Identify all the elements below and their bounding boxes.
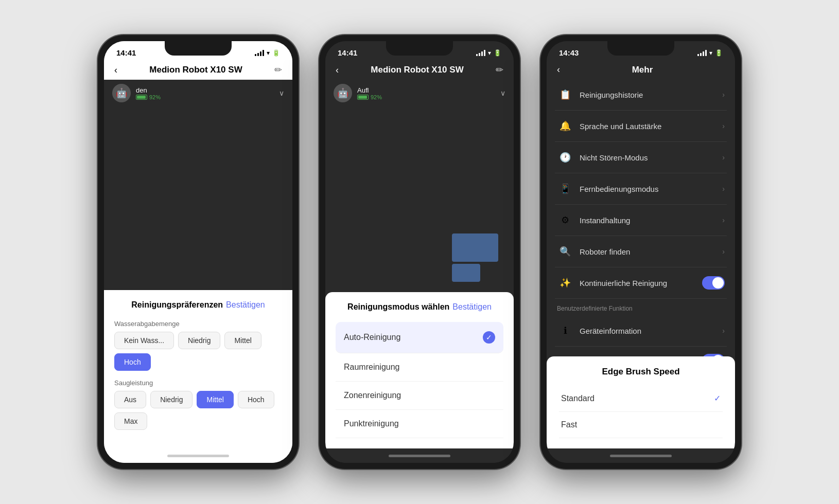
status-icons-3: ▾ 🔋 [697, 49, 723, 57]
chevron-dnd: › [722, 153, 725, 161]
nav-bar-3: ‹ Mehr [547, 60, 735, 79]
modal-confirm-1[interactable]: Bestätigen [226, 300, 265, 310]
battery-bar-2: 92% [357, 94, 382, 100]
map-content-2 [325, 106, 514, 292]
time-2: 14:41 [338, 48, 357, 57]
battery-icon-1: 🔋 [272, 49, 280, 57]
speed-standard[interactable]: Standard ✓ [559, 385, 723, 412]
notch-2 [386, 41, 453, 56]
modal-title-row-1: Reinigungspräferenzen Bestätigen [114, 300, 282, 310]
home-indicator-3 [547, 448, 735, 463]
toggle-autoboost[interactable] [702, 354, 725, 356]
mode-list-2: Auto-Reinigung ✓ Raumreinigung Zonenrein… [336, 322, 503, 438]
menu-label-language: Sprache und Lautstärke [580, 122, 722, 131]
home-bar-1 [167, 455, 229, 457]
menu-item-find[interactable]: 🔍 Roboter finden › [555, 236, 727, 267]
pref-section-suction: Saugleistung Aus Niedrig Mittel Hoch Max [114, 379, 282, 430]
maintenance-icon: ⚙ [557, 212, 573, 228]
signal-icon-1 [255, 50, 264, 56]
edit-icon-2[interactable]: ✏ [496, 64, 503, 76]
menu-item-autoboost[interactable]: Auto Boost [555, 347, 727, 356]
nav-title-3: Mehr [632, 65, 653, 75]
chevron-down-2[interactable]: ∨ [500, 89, 505, 97]
mode-modal-2: Reinigungsmodus wählen Bestätigen Auto-R… [325, 292, 514, 448]
phone-2: 14:41 ▾ 🔋 ‹ Medion Robot X10 SW ✏ 🤖 [319, 35, 520, 469]
home-indicator-1 [104, 448, 292, 463]
back-button-1[interactable]: ‹ [114, 65, 117, 76]
phone-1: 14:41 ▾ 🔋 ‹ Medion Robot X10 SW ✏ � [98, 35, 299, 469]
home-indicator-2 [325, 448, 514, 463]
suction-btn-2[interactable]: Mittel [197, 391, 233, 408]
robot-strip-2: 🤖 Aufl 92% ∨ [325, 80, 514, 106]
map-area-1: 🤖 den 92% ∨ [104, 80, 292, 290]
menu-item-maintenance[interactable]: ⚙ Instandhaltung › [555, 205, 727, 236]
battery-icon-3: 🔋 [715, 49, 723, 57]
mode-auto-check: ✓ [483, 331, 495, 344]
battery-pct-1: 92% [149, 94, 161, 100]
map-rooms-2 [452, 233, 498, 282]
suction-btn-1[interactable]: Niedrig [150, 391, 193, 408]
battery-bar-1: 92% [136, 94, 161, 100]
screen-3: 14:43 ▾ 🔋 ‹ Mehr 📋 Reini [547, 41, 735, 463]
menu-label-maintenance: Instandhaltung [580, 216, 722, 225]
water-btn-0[interactable]: Kein Wass... [114, 332, 174, 349]
edit-icon-1[interactable]: ✏ [274, 64, 282, 76]
home-bar-3 [610, 455, 672, 457]
wifi-icon-1: ▾ [267, 49, 270, 57]
dnd-icon: 🕐 [557, 149, 573, 166]
chevron-language: › [722, 122, 725, 130]
menu-item-device[interactable]: ℹ Geräteinformation › [555, 315, 727, 347]
nav-title-2: Medion Robot X10 SW [371, 65, 463, 75]
water-btn-2[interactable]: Mittel [224, 332, 261, 349]
modal-title-1: Reinigungspräferenzen [131, 300, 223, 310]
menu-label-find: Roboter finden [580, 247, 722, 256]
pref-options-suction: Aus Niedrig Mittel Hoch Max [114, 391, 282, 430]
chevron-find: › [722, 247, 725, 256]
mode-title-2: Reinigungsmodus wählen [347, 302, 449, 312]
robot-avatar-2: 🤖 [334, 84, 352, 102]
back-button-3[interactable]: ‹ [557, 64, 560, 75]
water-btn-3[interactable]: Hoch [114, 353, 151, 371]
chevron-maintenance: › [722, 216, 725, 224]
pref-options-water: Kein Wass... Niedrig Mittel Hoch [114, 332, 282, 371]
status-icons-1: ▾ 🔋 [255, 49, 280, 57]
menu-item-history[interactable]: 📋 Reinigungshistorie › [555, 79, 727, 111]
mode-auto[interactable]: Auto-Reinigung ✓ [336, 322, 503, 353]
chevron-down-1[interactable]: ∨ [279, 89, 284, 97]
menu-item-language[interactable]: 🔔 Sprache und Lautstärke › [555, 111, 727, 142]
language-icon: 🔔 [557, 118, 573, 134]
mode-room-label: Raumreinigung [344, 363, 400, 372]
status-icons-2: ▾ 🔋 [476, 49, 501, 57]
battery-indicator-1 [136, 95, 147, 100]
screen-1: 14:41 ▾ 🔋 ‹ Medion Robot X10 SW ✏ � [104, 41, 292, 463]
mode-room[interactable]: Raumreinigung [336, 353, 503, 382]
edge-brush-title: Edge Brush Speed [559, 367, 723, 377]
speed-fast[interactable]: Fast [559, 412, 723, 438]
back-button-2[interactable]: ‹ [336, 65, 339, 76]
mode-auto-label: Auto-Reinigung [344, 333, 400, 342]
mode-confirm-2[interactable]: Bestätigen [452, 302, 492, 312]
menu-item-continuous[interactable]: ✨ Kontinuierliche Reinigung [555, 267, 727, 299]
map-content-1 [104, 106, 292, 290]
robot-info-2: Aufl 92% [357, 86, 382, 100]
suction-btn-3[interactable]: Hoch [238, 391, 274, 408]
water-btn-1[interactable]: Niedrig [178, 332, 220, 349]
pref-label-suction: Saugleistung [114, 379, 282, 387]
continuous-icon: ✨ [557, 275, 573, 291]
signal-icon-3 [697, 50, 707, 56]
robot-name-2: Aufl [357, 86, 382, 94]
menu-item-dnd[interactable]: 🕐 Nicht Stören-Modus › [555, 142, 727, 173]
menu-item-remote[interactable]: 📱 Fernbedienungsmodus › [555, 173, 727, 205]
suction-btn-0[interactable]: Aus [114, 391, 146, 408]
toggle-continuous[interactable] [702, 276, 725, 290]
robot-avatar-1: 🤖 [112, 84, 131, 102]
wifi-icon-2: ▾ [488, 49, 491, 57]
notch-3 [607, 41, 674, 56]
modal-1: Reinigungspräferenzen Bestätigen Wassera… [104, 290, 292, 448]
suction-btn-4[interactable]: Max [114, 412, 147, 430]
chevron-remote: › [722, 185, 725, 193]
mode-point[interactable]: Punktreinigung [336, 410, 503, 438]
screen-2: 14:41 ▾ 🔋 ‹ Medion Robot X10 SW ✏ 🤖 [325, 41, 514, 463]
mode-zone[interactable]: Zonenreinigung [336, 382, 503, 410]
robot-info-1: den 92% [136, 86, 161, 100]
